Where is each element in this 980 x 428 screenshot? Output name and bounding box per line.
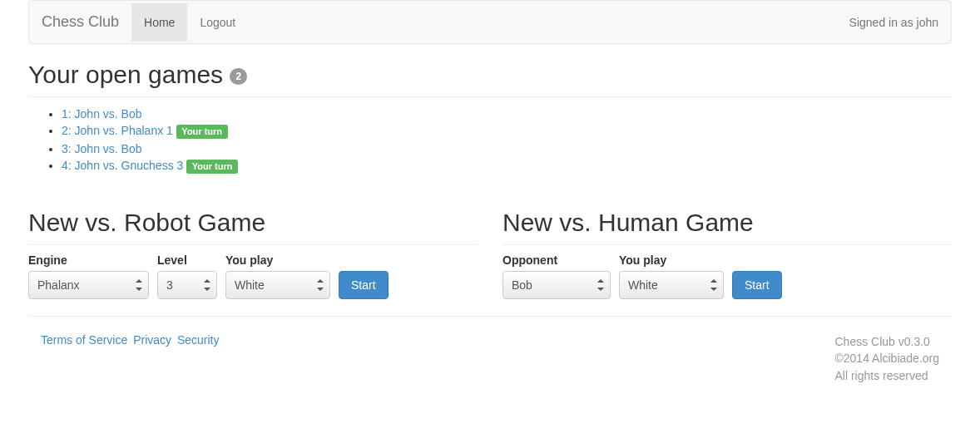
game-link[interactable]: 3: John vs. Bob	[62, 142, 142, 155]
start-robot-button[interactable]: Start	[339, 271, 389, 299]
you-play-select[interactable]: White	[225, 271, 330, 299]
level-value: 3	[166, 278, 173, 292]
you-play-label: You play	[225, 253, 330, 267]
open-games-count-badge: 2	[230, 68, 247, 85]
list-item: 1: John vs. Bob	[62, 106, 952, 122]
footer-copyright: ©2014 Alcibiade.org	[834, 350, 939, 367]
engine-label: Engine	[28, 253, 149, 267]
footer-security-link[interactable]: Security	[177, 333, 220, 347]
opponent-value: Bob	[512, 278, 532, 292]
you-play-label: You play	[619, 253, 724, 267]
level-label: Level	[157, 253, 217, 267]
start-human-button[interactable]: Start	[732, 271, 782, 299]
open-games-list: 1: John vs. Bob 2: John vs. Phalanx 1 Yo…	[28, 106, 952, 175]
open-games-heading: Your open games 2	[28, 61, 952, 97]
updown-icon	[710, 278, 718, 292]
footer-divider	[28, 316, 952, 317]
updown-icon	[203, 278, 211, 292]
nav-home[interactable]: Home	[131, 3, 187, 42]
engine-value: Phalanx	[37, 278, 80, 292]
navbar: Chess Club Home Logout Signed in as john	[28, 0, 952, 44]
game-link[interactable]: 4: John vs. Gnuchess 3	[62, 159, 183, 172]
engine-select[interactable]: Phalanx	[28, 271, 149, 299]
footer: Terms of Service Privacy Security Chess …	[28, 333, 952, 384]
opponent-label: Opponent	[502, 253, 611, 267]
list-item: 4: John vs. Gnuchess 3 Your turn	[62, 157, 952, 175]
game-link[interactable]: 2: John vs. Phalanx 1	[62, 124, 173, 137]
new-human-heading: New vs. Human Game	[502, 209, 952, 245]
footer-rights: All rights reserved	[834, 367, 939, 384]
your-turn-badge: Your turn	[186, 160, 238, 174]
opponent-select[interactable]: Bob	[502, 271, 611, 299]
game-link[interactable]: 1: John vs. Bob	[62, 107, 142, 121]
footer-terms-link[interactable]: Terms of Service	[41, 333, 127, 347]
your-turn-badge: Your turn	[176, 125, 228, 139]
updown-icon	[316, 278, 324, 292]
signed-in-text: Signed in as john	[849, 3, 938, 42]
footer-version: Chess Club v0.3.0	[834, 333, 939, 350]
list-item: 3: John vs. Bob	[62, 140, 952, 157]
you-play-value: White	[628, 278, 658, 292]
footer-privacy-link[interactable]: Privacy	[133, 333, 171, 347]
level-select[interactable]: 3	[157, 271, 217, 299]
updown-icon	[596, 278, 605, 292]
you-play-value: White	[235, 278, 265, 292]
nav-logout[interactable]: Logout	[187, 3, 248, 42]
new-robot-heading: New vs. Robot Game	[28, 209, 478, 245]
open-games-title: Your open games	[28, 61, 230, 88]
brand-link[interactable]: Chess Club	[42, 1, 131, 43]
updown-icon	[135, 278, 143, 292]
list-item: 2: John vs. Phalanx 1 Your turn	[62, 122, 952, 140]
you-play-select[interactable]: White	[619, 271, 724, 299]
